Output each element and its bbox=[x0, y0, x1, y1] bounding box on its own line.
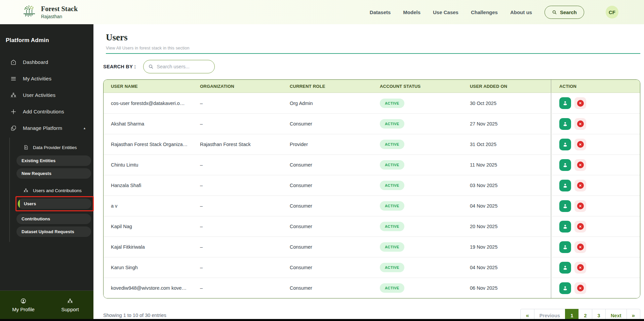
user-icon bbox=[562, 223, 568, 230]
submenu-item-users[interactable]: Users bbox=[18, 199, 91, 209]
deactivate-user-button[interactable]: ✕ bbox=[574, 282, 586, 294]
cell-user-added-on: 19 Nov 2025 bbox=[462, 244, 551, 250]
status-badge: ACTIVE bbox=[380, 99, 404, 108]
user-icon bbox=[562, 203, 568, 209]
sidebar-item-dashboard[interactable]: Dashboard bbox=[0, 54, 93, 70]
deactivate-user-button[interactable]: ✕ bbox=[574, 200, 586, 212]
submenu-item-users-and-contributions[interactable]: Users and Contributions bbox=[10, 185, 93, 196]
cell-organization: – bbox=[193, 224, 282, 229]
cell-user-name: cos-user forestdx@datakaveri.o… bbox=[104, 101, 193, 106]
manage-platform-submenu: Data Provider Entities Existing Entities… bbox=[9, 138, 93, 242]
column-header-user-added-on: USER ADDED ON bbox=[462, 84, 551, 89]
user-icon bbox=[562, 141, 568, 148]
x-circle-icon: ✕ bbox=[577, 203, 584, 209]
user-avatar[interactable]: CF bbox=[606, 6, 618, 19]
view-user-button[interactable] bbox=[559, 200, 571, 212]
sidebar-item-my-activities[interactable]: My Activities bbox=[0, 70, 93, 87]
cell-user-name: Akshat Sharma bbox=[104, 121, 193, 127]
cell-account-status: ACTIVE bbox=[372, 181, 462, 190]
submenu-item-label: Data Provider Entities bbox=[33, 145, 77, 150]
cell-current-role: Provider bbox=[282, 142, 372, 147]
submenu-item-data-provider-entities[interactable]: Data Provider Entities bbox=[10, 142, 93, 153]
cell-action: ✕ bbox=[551, 175, 640, 195]
cell-organization: – bbox=[193, 101, 282, 106]
forest-stack-logo-icon bbox=[22, 4, 37, 21]
page-title: Users bbox=[106, 32, 640, 43]
status-badge: ACTIVE bbox=[380, 201, 404, 211]
cell-current-role: Consumer bbox=[282, 203, 372, 209]
user-icon bbox=[562, 264, 568, 271]
cell-user-added-on: 04 Nov 2025 bbox=[462, 203, 551, 209]
nav-challenges[interactable]: Challenges bbox=[471, 9, 498, 15]
view-user-button[interactable] bbox=[559, 241, 571, 253]
sidebar-item-label: Dashboard bbox=[23, 59, 48, 65]
status-badge: ACTIVE bbox=[380, 263, 404, 272]
submenu-item-existing-entities[interactable]: Existing Entities bbox=[16, 155, 91, 166]
people-group-icon bbox=[23, 188, 29, 193]
search-users-input[interactable] bbox=[157, 64, 207, 69]
view-user-button[interactable] bbox=[559, 118, 571, 130]
deactivate-user-button[interactable]: ✕ bbox=[574, 139, 586, 150]
nav-use-cases[interactable]: Use Cases bbox=[433, 9, 458, 15]
cell-account-status: ACTIVE bbox=[372, 263, 462, 272]
top-nav: DatasetsModelsUse CasesChallengesAbout u… bbox=[370, 6, 618, 19]
cell-organization: – bbox=[193, 162, 282, 168]
column-header-organization: ORGANIZATION bbox=[193, 84, 282, 89]
cell-user-name: Kajal Fitkiriwala bbox=[104, 244, 193, 250]
cell-user-name: Rajasthan Forest Stack Organiza… bbox=[104, 142, 193, 147]
cell-user-name: Karun Singh bbox=[104, 265, 193, 270]
deactivate-user-button[interactable]: ✕ bbox=[574, 180, 586, 191]
deactivate-user-button[interactable]: ✕ bbox=[574, 241, 586, 253]
view-user-button[interactable] bbox=[559, 262, 571, 274]
view-user-button[interactable] bbox=[559, 221, 571, 233]
profile-icon bbox=[20, 298, 27, 304]
nav-models[interactable]: Models bbox=[403, 9, 420, 15]
deactivate-user-button[interactable]: ✕ bbox=[574, 262, 586, 274]
table-row: cos-user forestdx@datakaveri.o… – Org Ad… bbox=[104, 93, 640, 113]
table-row: Kajal Fitkiriwala – Consumer ACTIVE 19 N… bbox=[104, 237, 640, 257]
sidebar-item-user-activities[interactable]: User Activities bbox=[0, 87, 93, 103]
brand[interactable]: Forest Stack Rajasthan bbox=[22, 4, 78, 21]
view-user-button[interactable] bbox=[559, 282, 571, 294]
submenu-item-contributions[interactable]: Contributions bbox=[16, 214, 91, 224]
my-profile-button[interactable]: My Profile bbox=[0, 298, 47, 312]
cell-current-role: Consumer bbox=[282, 244, 372, 250]
deactivate-user-button[interactable]: ✕ bbox=[574, 159, 586, 171]
cell-user-name: kovediw948@wivstore.com kove… bbox=[104, 285, 193, 291]
cell-action: ✕ bbox=[551, 93, 640, 113]
cell-organization: – bbox=[193, 265, 282, 270]
deactivate-user-button[interactable]: ✕ bbox=[574, 118, 586, 130]
table-header-row: USER NAME ORGANIZATION CURRENT ROLE ACCO… bbox=[104, 80, 640, 93]
cell-action: ✕ bbox=[551, 114, 640, 134]
x-circle-icon: ✕ bbox=[577, 120, 584, 127]
cell-user-added-on: 03 Nov 2025 bbox=[462, 183, 551, 188]
support-button[interactable]: Support bbox=[47, 298, 93, 312]
cell-current-role: Consumer bbox=[282, 162, 372, 168]
cell-account-status: ACTIVE bbox=[372, 99, 462, 108]
view-user-button[interactable] bbox=[559, 180, 571, 191]
deactivate-user-button[interactable]: ✕ bbox=[574, 97, 586, 109]
view-user-button[interactable] bbox=[559, 159, 571, 171]
search-button[interactable]: Search bbox=[545, 6, 584, 19]
sidebar-item-label: User Activities bbox=[23, 92, 55, 98]
column-header-user-name: USER NAME bbox=[104, 84, 193, 89]
nav-about-us[interactable]: About us bbox=[510, 9, 532, 15]
sidebar-item-add-contributions[interactable]: Add Contributions bbox=[0, 103, 93, 120]
cell-action: ✕ bbox=[551, 196, 640, 216]
sidebar-item-manage-platform[interactable]: Manage Platform ▲ bbox=[0, 120, 93, 136]
submenu-item-dataset-upload-requests[interactable]: Dataset Upload Requests bbox=[16, 226, 91, 237]
cell-current-role: Consumer bbox=[282, 183, 372, 188]
deactivate-user-button[interactable]: ✕ bbox=[574, 221, 586, 233]
view-user-button[interactable] bbox=[559, 97, 571, 109]
view-user-button[interactable] bbox=[559, 139, 571, 150]
nav-datasets[interactable]: Datasets bbox=[370, 9, 391, 15]
x-circle-icon: ✕ bbox=[577, 141, 584, 148]
submenu-item-new-requests[interactable]: New Requests bbox=[16, 168, 91, 179]
sidebar-item-label: Add Contributions bbox=[23, 109, 64, 114]
status-badge: ACTIVE bbox=[380, 140, 404, 149]
cell-user-name: Chintu Limtu bbox=[104, 162, 193, 168]
cell-account-status: ACTIVE bbox=[372, 160, 462, 170]
cell-action: ✕ bbox=[551, 237, 640, 257]
cell-action: ✕ bbox=[551, 278, 640, 298]
section-divider bbox=[106, 53, 640, 54]
